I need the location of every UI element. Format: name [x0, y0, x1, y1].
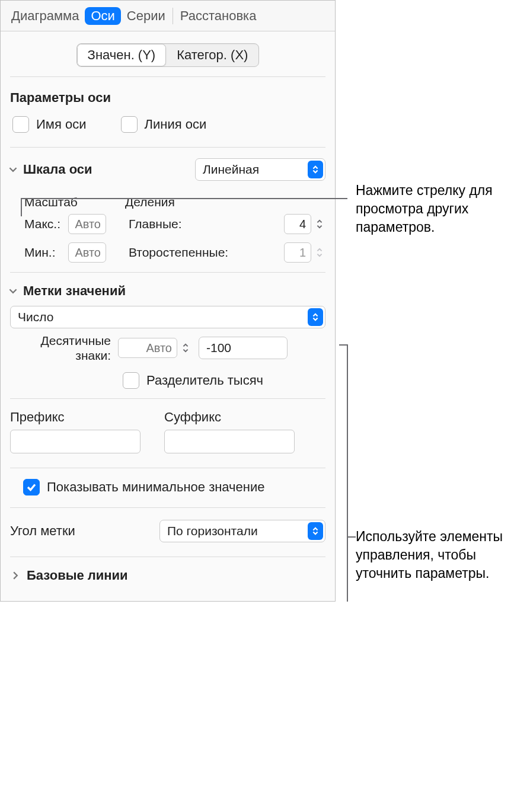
- negative-format-select[interactable]: -100: [199, 337, 288, 359]
- minor-stepper[interactable]: [314, 243, 325, 262]
- tab-axes[interactable]: Оси: [85, 7, 120, 25]
- select-arrows-icon: [267, 341, 285, 355]
- decimals-label: Десятичные знаки:: [10, 333, 111, 363]
- decimals-input[interactable]: [118, 338, 177, 358]
- tab-chart[interactable]: Диаграмма: [5, 6, 85, 26]
- prefix-input[interactable]: [10, 430, 141, 453]
- baselines-title: Базовые линии: [27, 568, 128, 583]
- callout-top: Нажмите стрелку для просмотра других пар…: [356, 181, 530, 236]
- callout-line-bottom: [338, 344, 356, 602]
- chevron-down-icon[interactable]: [8, 164, 18, 175]
- minor-label: Второстепенные:: [129, 245, 228, 260]
- select-arrows-icon: [308, 522, 323, 540]
- segment-category-x[interactable]: Категор. (X): [166, 44, 258, 66]
- scale-type-select[interactable]: Линейная: [195, 158, 325, 181]
- callout-line-top: [15, 193, 353, 222]
- select-arrows-icon: [308, 161, 323, 178]
- suffix-label: Суффикс: [164, 410, 295, 425]
- select-arrows-icon: [308, 308, 323, 326]
- axis-name-checkbox[interactable]: [12, 116, 29, 133]
- thousands-sep-checkbox[interactable]: [123, 372, 139, 389]
- callout-bottom: Используйте элементы управления, чтобы у…: [356, 528, 530, 583]
- min-input[interactable]: [68, 242, 106, 263]
- value-format-select[interactable]: Число: [10, 306, 325, 328]
- axis-line-label: Линия оси: [145, 117, 207, 132]
- decimals-stepper[interactable]: [180, 338, 191, 357]
- suffix-input[interactable]: [164, 430, 295, 453]
- tab-arrange[interactable]: Расстановка: [174, 6, 263, 26]
- negative-format-value: -100: [206, 341, 231, 355]
- inspector-panel: Диаграмма Оси Серии Расстановка Значен. …: [0, 0, 336, 602]
- thousands-sep-label: Разделитель тысяч: [146, 373, 263, 388]
- show-min-checkbox[interactable]: [23, 479, 40, 495]
- chevron-down-icon[interactable]: [8, 286, 18, 296]
- axis-scale-title: Шкала оси: [23, 162, 92, 177]
- label-angle-label: Угол метки: [10, 523, 75, 539]
- show-min-label: Показывать минимальное значение: [47, 479, 265, 495]
- segment-value-y[interactable]: Значен. (Y): [77, 44, 167, 66]
- prefix-label: Префикс: [10, 410, 141, 425]
- label-angle-select[interactable]: По горизонтали: [159, 520, 325, 542]
- value-format-value: Число: [18, 310, 53, 324]
- tab-series[interactable]: Серии: [121, 6, 171, 26]
- inspector-tabs: Диаграмма Оси Серии Расстановка: [1, 1, 335, 31]
- axis-name-label: Имя оси: [36, 117, 87, 132]
- scale-type-value: Линейная: [203, 162, 259, 177]
- tab-separator: [173, 8, 173, 24]
- chevron-right-icon[interactable]: [10, 570, 21, 581]
- minor-input[interactable]: [284, 242, 311, 263]
- axis-line-checkbox[interactable]: [121, 116, 138, 133]
- axis-segmented-control: Значен. (Y) Категор. (X): [76, 43, 260, 67]
- axis-options-title: Параметры оси: [8, 77, 328, 114]
- label-angle-value: По горизонтали: [167, 524, 258, 538]
- value-labels-title: Метки значений: [23, 283, 126, 299]
- min-label: Мин.:: [24, 245, 63, 260]
